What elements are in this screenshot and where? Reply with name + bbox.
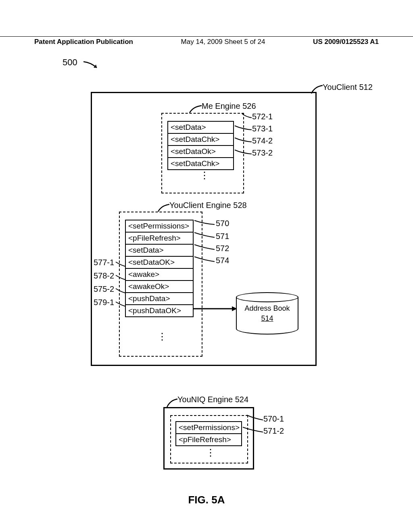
leader-line-icon [242, 426, 263, 434]
leader-line-icon [194, 256, 216, 263]
ref-label: 573-2 [252, 148, 273, 158]
leader-line-icon [115, 261, 126, 267]
me-engine-stack: <setData> <setDataChk> <setDataOk> <setD… [167, 121, 234, 170]
vertical-dots-icon: ⋮ [157, 335, 167, 339]
youclient-512-label: YouClient 512 [323, 83, 373, 92]
leader-line-icon [157, 204, 171, 212]
vertical-dots-icon: ⋮ [200, 173, 209, 177]
ref-label: 578-2 [94, 271, 114, 281]
patent-header: Patent Application Publication May 14, 2… [0, 36, 413, 46]
header-left: Patent Application Publication [34, 38, 133, 46]
me-engine-label: Me Engine 526 [202, 102, 256, 111]
vertical-dots-icon: ⋮ [206, 451, 215, 455]
header-center: May 14, 2009 Sheet 5 of 24 [181, 38, 265, 46]
yc-engine-row: <setPermissions> [126, 220, 193, 233]
youniq-label: YouNIQ Engine 524 [177, 395, 248, 404]
address-book-label: Address Book [236, 304, 298, 313]
youniq-stack: <setPermissions> <pFileRefresh> [175, 421, 242, 446]
leader-line-icon [115, 288, 126, 294]
yc-engine-stack: <setPermissions> <pFileRefresh> <setData… [125, 220, 194, 317]
ref-label: 570-1 [263, 414, 284, 424]
ref-label: 574 [216, 256, 229, 265]
leader-line-icon [115, 301, 126, 307]
ref-label: 573-1 [252, 124, 273, 133]
leader-line-icon [234, 125, 252, 131]
leader-line-icon [194, 232, 216, 239]
ref-label: 575-2 [94, 285, 114, 294]
leader-line-icon [194, 220, 216, 226]
leader-line-icon [189, 105, 203, 114]
me-engine-row: <setDataOk> [168, 146, 233, 158]
ref-label: 579-1 [94, 298, 114, 307]
ref-label: 574-2 [252, 136, 273, 145]
leader-line-icon [241, 113, 252, 119]
ref-label: 577-1 [94, 258, 114, 267]
ref-label: 571-2 [263, 426, 284, 436]
address-book-num: 514 [236, 314, 298, 323]
me-engine-row: <setData> [168, 122, 233, 134]
arrow-icon [194, 305, 238, 313]
me-engine-row: <setDataChk> [168, 134, 233, 146]
leader-line-icon [234, 137, 252, 143]
leader-line-icon [194, 244, 216, 251]
header-right: US 2009/0125523 A1 [313, 38, 379, 46]
yc-engine-row: <awakeOk> [126, 281, 193, 293]
yc-engine-row: <setData> [126, 245, 193, 257]
ref-label: 572 [216, 244, 229, 253]
leader-line-icon [115, 274, 126, 281]
address-book-cylinder: Address Book 514 [236, 292, 298, 330]
ref-500-arrow-icon [83, 60, 103, 71]
yc-engine-row: <pushDataOK> [126, 305, 193, 316]
me-engine-row: <setDataChk> [168, 158, 233, 169]
ref-label: 571 [216, 232, 229, 241]
youniq-row: <setPermissions> [176, 422, 241, 434]
yc-engine-row: <pFileRefresh> [126, 233, 193, 245]
ref-label: 570 [216, 219, 229, 228]
youniq-row: <pFileRefresh> [176, 434, 241, 445]
yc-engine-label: YouClient Engine 528 [169, 201, 247, 210]
yc-engine-row: <pushData> [126, 293, 193, 305]
ref-500: 500 [63, 57, 77, 68]
ref-label: 572-1 [252, 112, 273, 121]
figure-label: FIG. 5A [0, 494, 413, 506]
yc-engine-row: <awake> [126, 269, 193, 281]
leader-line-icon [234, 149, 252, 155]
yc-engine-row: <setDataOK> [126, 257, 193, 269]
leader-line-icon [246, 414, 263, 422]
